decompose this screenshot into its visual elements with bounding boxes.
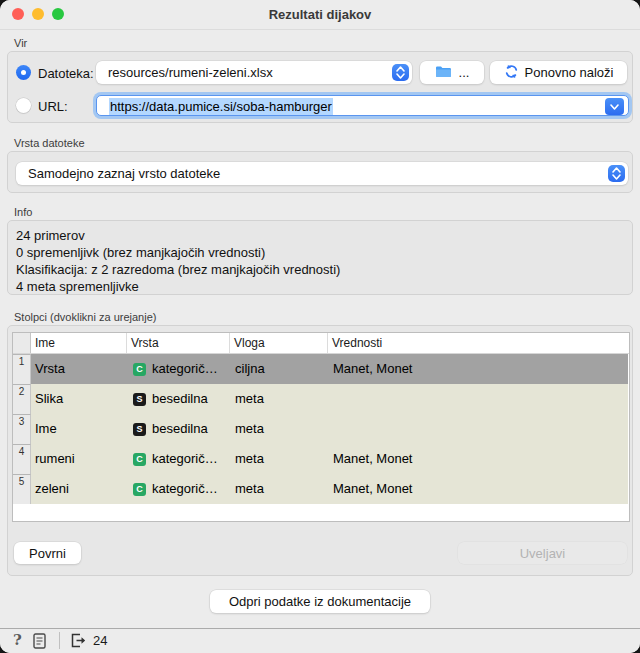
table-row[interactable]: 1 Vrsta C kategorič… ciljna Manet, Monet xyxy=(13,354,629,384)
info-line-features: 0 spremenljivk (brez manjkajočih vrednos… xyxy=(16,244,340,261)
row-number: 2 xyxy=(13,384,31,414)
url-input[interactable]: https://data.pumice.si/soba-hamburger xyxy=(96,95,629,116)
file-radio-label: Datoteka: xyxy=(38,66,94,81)
cell-type[interactable]: S besedilna xyxy=(127,414,230,444)
reset-button-label: Povrni xyxy=(29,546,66,561)
cell-values[interactable] xyxy=(328,414,628,444)
cell-type-label: kategorič… xyxy=(152,444,218,474)
row-number: 4 xyxy=(13,444,31,474)
title-bar: Rezultati dijakov xyxy=(0,0,640,30)
file-combobox-value: resources/rumeni-zeleni.xlsx xyxy=(108,61,273,84)
browse-button-label: ... xyxy=(459,65,470,80)
cell-type-label: besedilna xyxy=(152,384,208,414)
cell-type-label: kategorič… xyxy=(152,474,218,504)
folder-icon xyxy=(435,65,452,81)
browse-button[interactable]: ... xyxy=(420,61,484,84)
url-radio[interactable] xyxy=(16,98,31,113)
info-group-label: Info xyxy=(14,206,32,218)
output-count: 24 xyxy=(93,633,107,648)
cell-type-label: kategorič… xyxy=(152,354,218,384)
chevron-down-icon[interactable] xyxy=(605,98,624,115)
cell-role[interactable]: meta xyxy=(230,414,328,444)
stepper-icon xyxy=(392,64,409,81)
statusbar-divider xyxy=(59,632,60,649)
cell-type[interactable]: S besedilna xyxy=(127,384,230,414)
url-radio-label: URL: xyxy=(38,99,68,114)
table-header-values[interactable]: Vrednosti xyxy=(328,333,628,353)
source-group-label: Vir xyxy=(14,37,27,49)
text-badge-icon: S xyxy=(133,393,146,406)
cell-type-label: besedilna xyxy=(152,414,208,444)
table-header-name[interactable]: Ime xyxy=(31,333,127,353)
table-header-type[interactable]: Vrsta xyxy=(127,333,230,353)
apply-button-label: Uveljavi xyxy=(520,546,566,561)
table-header-row: Ime Vrsta Vloga Vrednosti xyxy=(13,333,629,354)
refresh-icon xyxy=(504,64,519,82)
info-line-target: Klasifikacija: z 2 razredoma (brez manjk… xyxy=(16,261,340,278)
cell-type[interactable]: C kategorič… xyxy=(127,354,230,384)
file-radio[interactable] xyxy=(16,65,31,80)
cell-type[interactable]: C kategorič… xyxy=(127,474,230,504)
cell-name[interactable]: rumeni xyxy=(31,444,127,474)
info-text: 24 primerov 0 spremenljivk (brez manjkaj… xyxy=(16,227,340,295)
row-number: 5 xyxy=(13,474,31,504)
cell-role[interactable]: meta xyxy=(230,474,328,504)
cell-name[interactable]: Vrsta xyxy=(31,354,127,384)
cell-values[interactable]: Manet, Monet xyxy=(328,474,628,504)
cell-type[interactable]: C kategorič… xyxy=(127,444,230,474)
help-icon[interactable]: ? xyxy=(13,631,22,649)
status-bar: ? 24 xyxy=(0,628,640,653)
cell-values[interactable]: Manet, Monet xyxy=(328,444,628,474)
filetype-group-label: Vrsta datoteke xyxy=(14,137,85,149)
open-docs-data-button[interactable]: Odpri podatke iz dokumentacije xyxy=(210,590,430,613)
table-row[interactable]: 2 Slika S besedilna meta xyxy=(13,384,629,414)
table-row[interactable]: 3 Ime S besedilna meta xyxy=(13,414,629,444)
apply-button[interactable]: Uveljavi xyxy=(458,542,627,564)
url-input-value: https://data.pumice.si/soba-hamburger xyxy=(109,98,333,115)
row-number: 3 xyxy=(13,414,31,444)
window-title: Rezultati dijakov xyxy=(0,0,640,29)
row-number: 1 xyxy=(13,354,31,384)
reload-button-label: Ponovno naloži xyxy=(525,65,614,80)
table-header-rownum xyxy=(13,333,31,353)
table-header-role[interactable]: Vloga xyxy=(230,333,328,353)
cell-name[interactable]: Ime xyxy=(31,414,127,444)
categorical-badge-icon: C xyxy=(133,453,146,466)
open-docs-data-button-label: Odpri podatke iz dokumentacije xyxy=(229,594,411,609)
table-row[interactable]: 5 zeleni C kategorič… meta Manet, Monet xyxy=(13,474,629,504)
reload-button[interactable]: Ponovno naloži xyxy=(490,61,627,84)
output-icon[interactable] xyxy=(70,633,87,652)
cell-values[interactable]: Manet, Monet xyxy=(328,354,628,384)
filetype-combobox[interactable]: Samodejno zaznaj vrsto datoteke xyxy=(16,162,628,185)
report-icon[interactable] xyxy=(33,633,46,653)
filetype-combobox-value: Samodejno zaznaj vrsto datoteke xyxy=(28,162,220,185)
columns-table[interactable]: Ime Vrsta Vloga Vrednosti 1 Vrsta C kate… xyxy=(13,333,629,521)
categorical-badge-icon: C xyxy=(133,363,146,376)
text-badge-icon: S xyxy=(133,423,146,436)
cell-role[interactable]: ciljna xyxy=(230,354,328,384)
cell-values[interactable] xyxy=(328,384,628,414)
results-window: Rezultati dijakov Vir Datoteka: resource… xyxy=(0,0,640,653)
categorical-badge-icon: C xyxy=(133,483,146,496)
cell-role[interactable]: meta xyxy=(230,384,328,414)
cell-name[interactable]: zeleni xyxy=(31,474,127,504)
reset-button[interactable]: Povrni xyxy=(14,542,81,564)
table-row[interactable]: 4 rumeni C kategorič… meta Manet, Monet xyxy=(13,444,629,474)
cell-role[interactable]: meta xyxy=(230,444,328,474)
cell-name[interactable]: Slika xyxy=(31,384,127,414)
info-line-metas: 4 meta spremenljivke xyxy=(16,278,340,295)
url-combobox[interactable]: https://data.pumice.si/soba-hamburger xyxy=(93,92,632,119)
info-line-instances: 24 primerov xyxy=(16,227,340,244)
stepper-icon xyxy=(608,165,625,182)
columns-group-label: Stolpci (dvoklikni za urejanje) xyxy=(14,311,156,323)
file-combobox[interactable]: resources/rumeni-zeleni.xlsx xyxy=(96,61,412,84)
